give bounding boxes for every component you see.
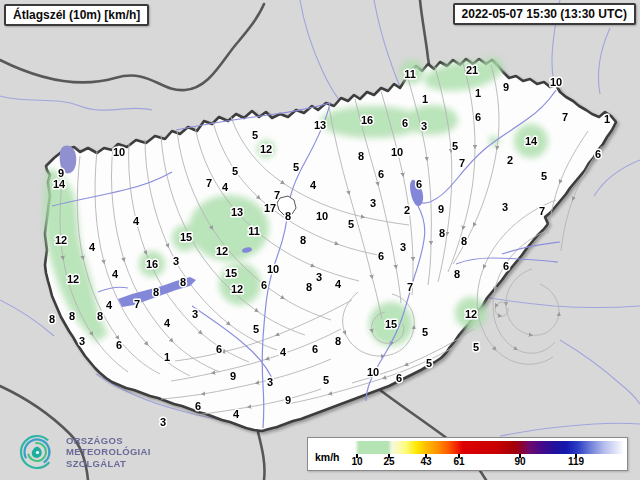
wind-speed-value: 6 xyxy=(116,339,122,351)
wind-speed-value: 10 xyxy=(267,263,279,275)
wind-speed-value: 6 xyxy=(261,279,267,291)
wind-speed-value: 4 xyxy=(89,241,96,253)
wind-speed-value: 6 xyxy=(378,168,384,180)
wind-speed-value: 6 xyxy=(312,343,318,355)
wind-speed-value: 5 xyxy=(252,129,258,141)
wind-speed-value: 16 xyxy=(146,258,158,270)
wind-speed-value: 3 xyxy=(502,201,508,213)
wind-speed-value: 6 xyxy=(216,343,222,355)
wind-speed-value: 3 xyxy=(79,335,85,347)
wind-speed-value: 4 xyxy=(280,346,287,358)
wind-speed-value: 7 xyxy=(206,177,212,189)
wind-speed-value: 3 xyxy=(370,197,376,209)
wind-speed-value: 1 xyxy=(475,87,481,99)
wind-speed-value: 7 xyxy=(134,298,140,310)
wind-speed-value: 9 xyxy=(230,370,236,382)
wind-speed-value: 12 xyxy=(55,234,67,246)
map-canvas: 1091441244128883647881631512151243136694… xyxy=(0,0,640,480)
weather-map-app: 1091441244128883647881631512151243136694… xyxy=(0,0,640,480)
wind-speed-value: 15 xyxy=(180,231,192,243)
wind-speed-value: 3 xyxy=(173,255,179,267)
wind-speed-value: 5 xyxy=(253,323,259,335)
wind-speed-value: 12 xyxy=(67,273,79,285)
wind-speed-value: 7 xyxy=(459,157,465,169)
wind-speed-value: 9 xyxy=(285,394,291,406)
wind-speed-value: 3 xyxy=(192,308,198,320)
wind-speed-value: 8 xyxy=(69,310,75,322)
legend-tick-label: 25 xyxy=(383,456,394,467)
wind-speed-value: 10 xyxy=(367,366,379,378)
legend-tick-label: 61 xyxy=(453,456,464,467)
wind-speed-value: 12 xyxy=(465,308,477,320)
wind-speed-value: 9 xyxy=(438,203,444,215)
timestamp-box: 2022-05-07 15:30 (13:30 UTC) xyxy=(453,3,636,25)
org-line-3: SZOLGÁLAT xyxy=(66,458,151,470)
wind-speed-value: 4 xyxy=(164,317,171,329)
wind-speed-value: 7 xyxy=(562,111,568,123)
wind-speed-value: 8 xyxy=(335,335,341,347)
omsz-org-name: ORSZÁGOS METEOROLÓGIAI SZOLGÁLAT xyxy=(66,435,151,470)
legend-color-bar xyxy=(336,441,624,454)
wind-speed-value: 15 xyxy=(385,318,397,330)
wind-speed-value: 10 xyxy=(391,146,403,158)
org-line-2: METEOROLÓGIAI xyxy=(66,446,151,458)
wind-speed-value: 7 xyxy=(407,281,413,293)
wind-speed-value: 13 xyxy=(231,206,243,218)
wind-speed-value: 5 xyxy=(422,326,428,338)
wind-speed-value: 6 xyxy=(595,148,601,160)
wind-speed-value: 5 xyxy=(452,140,458,152)
wind-speed-value: 9 xyxy=(503,81,509,93)
wind-speed-value: 6 xyxy=(416,178,422,190)
wind-speed-value: 10 xyxy=(316,210,328,222)
map-title: Átlagszél (10m) [km/h] xyxy=(13,8,140,22)
wind-speed-value: 1 xyxy=(164,351,170,363)
wind-speed-value: 2 xyxy=(404,204,410,216)
wind-speed-value: 14 xyxy=(53,178,66,190)
wind-speed-value: 16 xyxy=(361,114,373,126)
legend-tick-label: 90 xyxy=(514,456,525,467)
wind-speed-value: 5 xyxy=(426,357,432,369)
wind-speed-value: 12 xyxy=(231,283,243,295)
wind-speed-value: 10 xyxy=(550,76,562,88)
wind-speed-value: 5 xyxy=(293,161,299,173)
legend-tick-label: 119 xyxy=(568,456,584,467)
wind-speed-value: 8 xyxy=(439,227,445,239)
wind-speed-value: 4 xyxy=(233,408,240,420)
wind-speed-value: 5 xyxy=(348,218,354,230)
wind-speed-value: 6 xyxy=(475,111,481,123)
wind-speed-value: 4 xyxy=(335,278,342,290)
wind-speed-value: 5 xyxy=(541,170,547,182)
wind-speed-value: 4 xyxy=(222,181,229,193)
wind-speed-value: 21 xyxy=(466,64,478,76)
wind-speed-value: 3 xyxy=(160,416,166,428)
omsz-logo-icon xyxy=(15,430,59,474)
map-title-box: Átlagszél (10m) [km/h] xyxy=(4,4,149,26)
wind-speed-value: 8 xyxy=(358,150,364,162)
wind-speed-value: 12 xyxy=(260,143,272,155)
wind-speed-value: 17 xyxy=(264,202,276,214)
wind-speed-value: 6 xyxy=(195,400,201,412)
wind-speed-value: 1 xyxy=(604,113,610,125)
timestamp: 2022-05-07 15:30 (13:30 UTC) xyxy=(462,7,627,21)
wind-speed-value: 6 xyxy=(378,250,384,262)
wind-speed-value: 8 xyxy=(300,234,306,246)
wind-speed-value: 11 xyxy=(248,225,260,237)
wind-speed-value: 8 xyxy=(97,310,103,322)
wind-speed-value: 4 xyxy=(106,299,113,311)
wind-speed-value: 2 xyxy=(507,154,513,166)
wind-speed-value: 5 xyxy=(473,341,479,353)
wind-speed-value: 10 xyxy=(113,146,125,158)
wind-speed-value: 6 xyxy=(503,260,509,272)
wind-speed-value: 14 xyxy=(525,135,538,147)
wind-speed-value: 7 xyxy=(274,189,280,201)
wind-speed-value: 4 xyxy=(133,215,140,227)
wind-speed-value: 3 xyxy=(400,241,406,253)
org-line-1: ORSZÁGOS xyxy=(66,435,151,447)
wind-speed-value: 1 xyxy=(422,93,428,105)
wind-speed-value: 3 xyxy=(421,120,427,132)
wind-speed-value: 6 xyxy=(396,372,402,384)
wind-speed-value: 5 xyxy=(232,165,238,177)
wind-speed-value: 11 xyxy=(404,68,416,80)
omsz-logo: ORSZÁGOS METEOROLÓGIAI SZOLGÁLAT xyxy=(15,430,151,474)
legend-tick-label: 10 xyxy=(351,456,362,467)
